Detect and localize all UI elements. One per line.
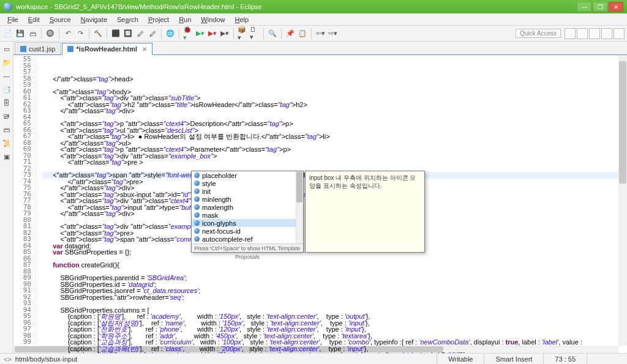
tab-label: cust1.jsp: [29, 45, 55, 53]
close-button[interactable]: ✕: [609, 2, 623, 12]
quick-access-input[interactable]: Quick Access: [516, 29, 561, 38]
forward-button[interactable]: ⇨▾: [327, 28, 338, 39]
tab-cust1[interactable]: cust1.jsp: [15, 42, 61, 54]
project-explorer-icon[interactable]: 📁: [2, 58, 12, 67]
markers-icon[interactable]: 📑: [2, 84, 12, 94]
attribute-icon: [194, 188, 200, 194]
code-line[interactable]: function createGrid(){: [45, 262, 627, 269]
pin-button[interactable]: 📌: [285, 28, 296, 39]
tool-b[interactable]: 🔲: [122, 28, 133, 39]
properties-icon[interactable]: 🗄: [2, 98, 12, 108]
save-button[interactable]: 💾: [15, 28, 26, 39]
code-line[interactable]: [45, 300, 627, 307]
window-title: workspace - SBGrid2_5_API/v147B/view/Met…: [16, 3, 577, 10]
menu-search[interactable]: Search: [112, 15, 143, 24]
close-tab-icon[interactable]: ✕: [142, 46, 147, 53]
autocomplete-list[interactable]: placeholderstyleinitminlengthmaxlengthma…: [192, 171, 303, 243]
snippets-icon[interactable]: 📜: [2, 138, 12, 148]
menu-source[interactable]: Source: [45, 15, 76, 24]
java-perspective-button[interactable]: [577, 28, 588, 39]
tab-label: *isRowHeader.html: [76, 45, 137, 53]
tool-d[interactable]: 🖉: [147, 28, 158, 39]
code-line[interactable]: </"attr">class="tag">head>: [45, 76, 627, 83]
autocomplete-item[interactable]: mask: [192, 211, 303, 219]
main-toolbar: 📄 💾 🗃 🔘 ↶ ↷ 🔨 ⬛ 🔲 🖉 🖉 🌐 🐞▾ ▶▾ ▶▾ ▶▾ 📦▾ 🗋…: [0, 26, 627, 42]
code-line[interactable]: [45, 256, 627, 262]
save-all-button[interactable]: 🗃: [27, 28, 38, 39]
code-line[interactable]: SBGridProperties.jsonref = 'ct_data.reso…: [45, 288, 627, 294]
menu-navigate[interactable]: Navigate: [76, 15, 112, 24]
search-button[interactable]: 🔍: [267, 28, 278, 39]
menu-file[interactable]: File: [2, 15, 23, 24]
browser-icon[interactable]: 🌐: [165, 28, 176, 39]
status-cursor-position: 73 : 55: [543, 354, 587, 364]
attribute-icon: [194, 212, 200, 218]
attribute-icon: [194, 220, 200, 226]
autocomplete-item[interactable]: icon-glyphs: [192, 219, 303, 227]
status-empty: [587, 354, 623, 364]
editor-area[interactable]: 55 56 57 58 59 60 61 62 63 64 65 66 67 6…: [13, 55, 627, 353]
jsp-file-icon: [20, 46, 26, 52]
redo-button[interactable]: ↷: [75, 28, 86, 39]
folding-gutter: [36, 55, 43, 353]
code-line[interactable]: <"attr">class="tag">li> ● RowHeader의 설정 …: [45, 133, 627, 140]
tab-isrowheader[interactable]: *isRowHeader.html ✕: [62, 43, 152, 55]
new-button[interactable]: 📄: [2, 28, 13, 39]
autocomplete-item[interactable]: placeholder: [192, 171, 303, 179]
code-line[interactable]: <"attr">class="tag">div "attr">class="su…: [45, 95, 627, 102]
autocomplete-item[interactable]: next-focus-id: [192, 227, 303, 235]
menu-window[interactable]: Window: [196, 15, 230, 24]
status-insert-mode: Smart Insert: [484, 354, 543, 364]
scrollbar-thumb[interactable]: [296, 172, 302, 202]
maximize-button[interactable]: ❐: [593, 2, 607, 12]
attribute-icon: [194, 173, 200, 178]
autocomplete-item-label: icon-glyphs: [202, 220, 236, 227]
attribute-icon: [194, 236, 200, 242]
editor-tabs: cust1.jsp *isRowHeader.html ✕: [13, 42, 627, 55]
debug-perspective-button[interactable]: [601, 28, 612, 39]
menu-edit[interactable]: Edit: [23, 15, 45, 24]
code-line[interactable]: {caption : ['전화번호'], ref : 'phone', widt…: [45, 326, 627, 333]
line-number-gutter: 55 56 57 58 59 60 61 62 63 64 65 66 67 6…: [13, 55, 36, 353]
autocomplete-item[interactable]: style: [192, 179, 303, 187]
servers-icon[interactable]: 🖳: [2, 111, 12, 121]
toggle-button[interactable]: 🔘: [45, 28, 56, 39]
code-line[interactable]: SBGridProperties."attr">rowheader='seq';: [45, 294, 627, 301]
autocomplete-item[interactable]: autocomplete-ref: [192, 235, 303, 243]
console-icon[interactable]: ▣: [2, 152, 12, 162]
task-button[interactable]: 📋: [297, 28, 308, 39]
restore-view-button[interactable]: ▭: [2, 44, 12, 54]
autocomplete-item-label: mask: [202, 212, 218, 219]
undo-button[interactable]: ↶: [62, 28, 73, 39]
open-perspective-button[interactable]: [565, 28, 576, 39]
run-dropdown[interactable]: ▶▾: [195, 28, 206, 39]
autocomplete-scrollbar[interactable]: [296, 171, 303, 243]
code-line[interactable]: <"attr">class="tag">pre >: [45, 159, 627, 166]
code-line[interactable]: {caption : ['정원'], ref : 'maxstudent', w…: [45, 352, 627, 353]
debug-dropdown[interactable]: 🐞▾: [182, 28, 193, 39]
run-last-dropdown[interactable]: ▶▾: [219, 28, 230, 39]
autocomplete-item[interactable]: minlength: [192, 195, 303, 203]
build-button[interactable]: 🔨: [92, 28, 103, 39]
eclipse-icon: [4, 2, 12, 11]
javaee-perspective-button[interactable]: [589, 28, 600, 39]
new-package-button[interactable]: 📦▾: [237, 28, 248, 39]
status-writable: Writable: [437, 354, 484, 364]
new-class-button[interactable]: 🗋▾: [249, 28, 260, 39]
autocomplete-item[interactable]: init: [192, 187, 303, 195]
menu-project[interactable]: Project: [143, 15, 174, 24]
html-file-icon: [67, 46, 73, 52]
menu-help[interactable]: Help: [230, 15, 254, 24]
code-line[interactable]: </"attr">class="tag">div>: [45, 108, 627, 114]
minimize-button[interactable]: —: [577, 2, 591, 12]
autocomplete-item[interactable]: maxlength: [192, 203, 303, 211]
tool-a[interactable]: ⬛: [110, 28, 121, 39]
breadcrumb-path: html/body/sbux-input: [15, 355, 78, 363]
code-line[interactable]: [45, 82, 627, 89]
data-source-icon[interactable]: 🗃: [2, 125, 12, 135]
ext-run-dropdown[interactable]: ▶▾: [207, 28, 218, 39]
tool-c[interactable]: 🖉: [135, 28, 146, 39]
menu-run[interactable]: Run: [174, 15, 196, 24]
resource-perspective-button[interactable]: [614, 28, 625, 39]
back-button[interactable]: ⇦▾: [315, 28, 326, 39]
